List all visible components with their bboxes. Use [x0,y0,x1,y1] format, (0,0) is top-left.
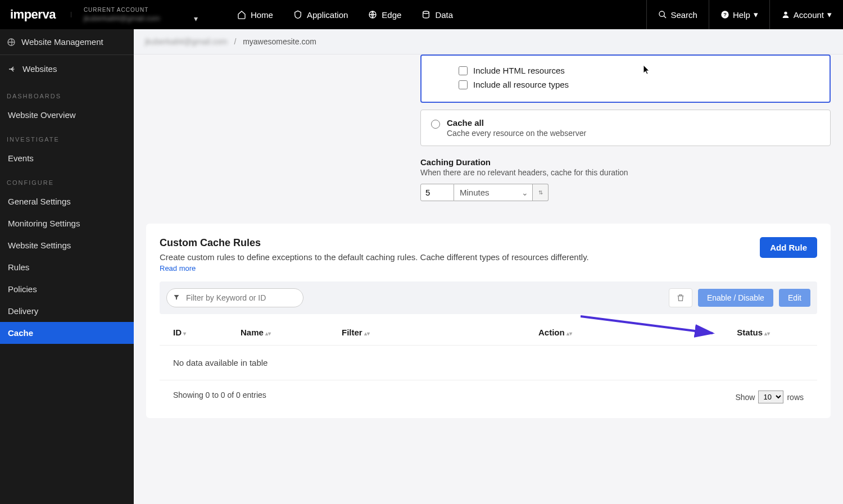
filter-icon [173,293,180,302]
sidebar-item-cache[interactable]: Cache [0,322,134,344]
filter-input[interactable] [166,288,303,307]
radio-title: Cache all [447,118,586,128]
read-more-link[interactable]: Read more [160,264,196,273]
sidebar-item-rules[interactable]: Rules [0,256,134,278]
radio-input[interactable] [431,120,440,129]
trash-icon [676,293,685,302]
sidebar-item-events[interactable]: Events [0,147,134,169]
duration-title: Caching Duration [420,157,831,167]
duration-value-input[interactable] [420,184,454,201]
rules-desc: Create custom rules to define exceptions… [160,252,589,262]
duration-desc: When there are no relevant headers, cach… [420,168,831,177]
rules-table: ID▾ Name▴▾ Filter▴▾ Action▴▾ Status▴▾ No… [160,320,817,416]
sidebar-item-policies[interactable]: Policies [0,278,134,300]
sort-icon: ▴▾ [764,330,770,337]
search-icon [658,10,667,19]
home-icon [237,10,246,19]
cache-option-selected: Include HTML resources Include all resou… [420,55,831,103]
breadcrumb-site[interactable]: myawesomesite.com [243,37,316,46]
globe-icon [7,38,16,47]
edit-button[interactable]: Edit [779,289,810,307]
arrow-left-icon [8,65,17,74]
svg-point-5 [784,12,787,15]
sort-icon: ▴▾ [364,330,370,337]
col-name[interactable]: Name▴▾ [241,328,342,337]
delete-button[interactable] [669,288,692,307]
radio-desc: Cache every resource on the webserver [447,129,586,138]
add-rule-button[interactable]: Add Rule [760,237,817,258]
sort-icon: ▴▾ [265,330,271,337]
caret-down-icon: ▾ [754,10,758,20]
entries-info: Showing 0 to 0 of 0 entries [173,391,266,403]
rows-label: rows [787,393,804,402]
sort-icon: ▾ [183,330,186,337]
svg-point-1 [423,11,429,13]
checkbox-input[interactable] [459,66,468,75]
custom-cache-rules-card: Custom Cache Rules Create custom rules t… [146,224,831,418]
caching-duration: Caching Duration When there are no relev… [420,157,831,201]
user-icon [781,10,790,19]
enable-disable-button[interactable]: Enable / Disable [698,289,773,307]
help-icon: ? [720,10,729,19]
nav-data[interactable]: Data [422,10,453,20]
rules-title: Custom Cache Rules [160,237,589,249]
sort-icon: ▴▾ [566,330,572,337]
brand-logo: imperva [0,7,71,22]
sidebar-item-general[interactable]: General Settings [0,190,134,212]
sidebar-item-delivery[interactable]: Delivery [0,300,134,322]
duration-stepper[interactable]: ⇅ [533,184,549,201]
col-id[interactable]: ID▾ [173,328,241,337]
svg-point-2 [659,11,664,16]
account-name: jkuberka84@gmail.com [84,14,160,22]
svg-text:?: ? [723,12,727,17]
sidebar-section-dashboards: DASHBOARDS [0,83,134,104]
sidebar-item-overview[interactable]: Website Overview [0,104,134,126]
checkbox-input[interactable] [459,80,468,89]
caret-down-icon: ▾ [827,10,832,20]
checkbox-include-all[interactable]: Include all resource types [459,78,819,92]
account-selector[interactable]: CURRENT ACCOUNT jkuberka84@gmail.com ▾ [71,7,215,23]
table-empty: No data available in table [160,346,817,380]
page-size-select[interactable]: 10 [758,391,783,403]
sidebar-section-configure: CONFIGURE [0,169,134,190]
top-nav: imperva CURRENT ACCOUNT jkuberka84@gmail… [0,0,843,29]
sidebar-item-monitoring[interactable]: Monitoring Settings [0,212,134,234]
account-label: CURRENT ACCOUNT [84,7,198,13]
cache-option-cache-all[interactable]: Cache all Cache every resource on the we… [420,110,831,146]
nav-home[interactable]: Home [237,10,273,20]
col-action[interactable]: Action▴▾ [538,328,685,337]
sidebar-header: Website Management [0,29,134,55]
rules-toolbar: Enable / Disable Edit [160,281,817,314]
col-filter[interactable]: Filter▴▾ [342,328,538,337]
breadcrumb-account[interactable]: jkuberka84@gmail.com [145,37,228,46]
data-icon [422,10,430,19]
checkbox-include-html[interactable]: Include HTML resources [459,63,819,78]
sidebar-back-websites[interactable]: Websites [0,55,134,83]
nav-search[interactable]: Search [646,0,709,29]
edge-icon [368,10,377,19]
sidebar-section-investigate: INVESTIGATE [0,126,134,147]
nav-account[interactable]: Account ▾ [769,0,843,29]
caret-down-icon: ▾ [194,14,198,23]
sidebar: Website Management Websites DASHBOARDS W… [0,29,134,504]
table-header: ID▾ Name▴▾ Filter▴▾ Action▴▾ Status▴▾ [160,320,817,346]
breadcrumb: jkuberka84@gmail.com / myawesomesite.com [134,29,843,55]
nav-application[interactable]: Application [293,10,348,20]
nav-help[interactable]: ? Help ▾ [709,0,769,29]
col-status[interactable]: Status▴▾ [685,328,804,337]
nav-edge[interactable]: Edge [368,10,401,20]
application-icon [293,10,302,19]
show-label: Show [735,393,755,402]
sidebar-item-website-settings[interactable]: Website Settings [0,234,134,256]
duration-unit-select[interactable]: Minutes [454,184,533,201]
